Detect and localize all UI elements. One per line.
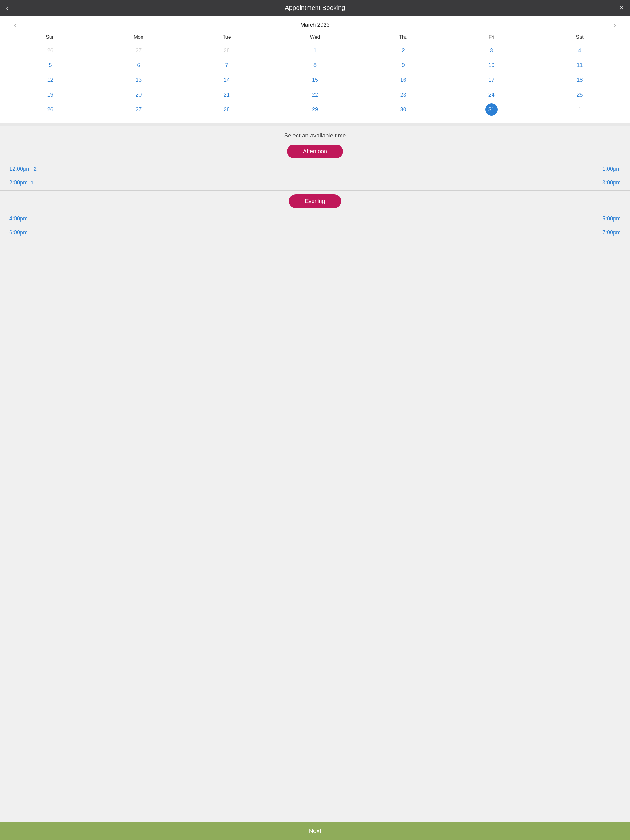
calendar-day[interactable]: 31: [486, 103, 498, 115]
time-row: 4:00pm5:00pm: [0, 212, 630, 226]
calendar-day[interactable]: 13: [132, 74, 144, 86]
select-time-label: Select an available time: [0, 132, 630, 139]
calendar-day[interactable]: 1: [309, 44, 321, 57]
evening-slots: 4:00pm5:00pm6:00pm7:00pm: [0, 212, 630, 240]
calendar-day[interactable]: 16: [397, 74, 410, 86]
day-header-fri: Fri: [447, 33, 535, 43]
day-header-wed: Wed: [271, 33, 359, 43]
calendar-day[interactable]: 9: [397, 59, 410, 71]
calendar-day[interactable]: 6: [132, 59, 144, 71]
calendar-day[interactable]: 22: [309, 88, 321, 101]
back-button[interactable]: ‹: [2, 2, 12, 14]
divider: [0, 190, 630, 191]
day-header-tue: Tue: [183, 33, 271, 43]
time-row: 12:00pm21:00pm: [0, 162, 630, 176]
day-header-mon: Mon: [95, 33, 183, 43]
next-month-button[interactable]: ›: [609, 21, 621, 29]
time-label-right[interactable]: 5:00pm: [602, 216, 621, 222]
afternoon-pill-button[interactable]: Afternoon: [287, 145, 343, 158]
next-bar[interactable]: Next: [0, 822, 630, 840]
calendar-day[interactable]: 26: [44, 103, 56, 115]
time-label-right[interactable]: 7:00pm: [602, 229, 621, 236]
calendar-day[interactable]: 10: [486, 59, 498, 71]
prev-month-button[interactable]: ‹: [9, 21, 21, 29]
time-count: 1: [31, 180, 33, 186]
calendar-day[interactable]: 29: [309, 103, 321, 115]
close-button[interactable]: ✕: [616, 3, 628, 13]
calendar-day[interactable]: 4: [574, 44, 586, 57]
calendar-day: 1: [574, 103, 586, 115]
calendar-day[interactable]: 7: [220, 59, 233, 71]
calendar-day[interactable]: 23: [397, 88, 410, 101]
calendar-day[interactable]: 8: [309, 59, 321, 71]
month-title: March 2023: [300, 22, 329, 28]
calendar-day[interactable]: 30: [397, 103, 410, 115]
calendar-day[interactable]: 28: [220, 103, 233, 115]
calendar-day[interactable]: 21: [220, 88, 233, 101]
month-nav: ‹ March 2023 ›: [6, 19, 624, 33]
calendar-day-headers: Sun Mon Tue Wed Thu Fri Sat: [6, 33, 624, 43]
calendar-day[interactable]: 15: [309, 74, 321, 86]
calendar-day[interactable]: 18: [574, 74, 586, 86]
calendar-section: ‹ March 2023 › Sun Mon Tue Wed Thu Fri S…: [0, 16, 630, 123]
calendar-day[interactable]: 25: [574, 88, 586, 101]
time-label-left[interactable]: 4:00pm: [9, 216, 28, 222]
evening-pill-button[interactable]: Evening: [289, 194, 341, 208]
calendar-day: 28: [220, 44, 233, 57]
time-row: 6:00pm7:00pm: [0, 226, 630, 240]
calendar-day[interactable]: 17: [486, 74, 498, 86]
time-label-left[interactable]: 12:00pm: [9, 166, 31, 172]
calendar-day[interactable]: 2: [397, 44, 410, 57]
calendar-body: 2627281234567891011121314151617181920212…: [6, 43, 624, 117]
time-label-left[interactable]: 2:00pm: [9, 180, 28, 186]
spacer: [0, 246, 630, 822]
time-section: Select an available time Afternoon 12:00…: [0, 126, 630, 246]
afternoon-period: Afternoon: [0, 145, 630, 158]
calendar-day[interactable]: 20: [132, 88, 144, 101]
time-count: 2: [34, 166, 36, 172]
time-label-right[interactable]: 1:00pm: [602, 166, 621, 172]
next-label: Next: [309, 827, 321, 834]
day-header-thu: Thu: [359, 33, 447, 43]
time-row: 2:00pm13:00pm: [0, 176, 630, 190]
calendar-day[interactable]: 11: [574, 59, 586, 71]
time-label-left[interactable]: 6:00pm: [9, 229, 28, 236]
calendar-day[interactable]: 24: [486, 88, 498, 101]
calendar-day[interactable]: 12: [44, 74, 56, 86]
evening-period: Evening: [0, 194, 630, 208]
calendar-day[interactable]: 3: [486, 44, 498, 57]
calendar-day[interactable]: 5: [44, 59, 56, 71]
day-header-sat: Sat: [535, 33, 624, 43]
calendar-day[interactable]: 19: [44, 88, 56, 101]
afternoon-slots: 12:00pm21:00pm2:00pm13:00pm: [0, 162, 630, 190]
time-label-right[interactable]: 3:00pm: [602, 180, 621, 186]
separator: [0, 123, 630, 126]
header-bar: ‹ Appointment Booking ✕: [0, 0, 630, 16]
calendar-day: 27: [132, 44, 144, 57]
day-header-sun: Sun: [6, 33, 95, 43]
calendar-day[interactable]: 27: [132, 103, 144, 115]
header-title: Appointment Booking: [285, 4, 345, 11]
calendar-day: 26: [44, 44, 56, 57]
calendar-day[interactable]: 14: [220, 74, 233, 86]
